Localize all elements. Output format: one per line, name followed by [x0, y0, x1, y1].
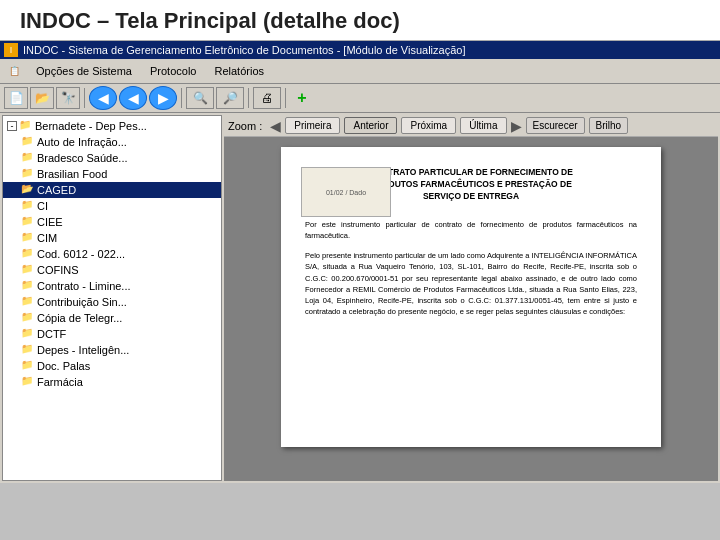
window-title: INDOC - Sistema de Gerenciamento Eletrôn…: [23, 44, 465, 56]
doc-stamp: 01/02 / Dado: [301, 167, 391, 217]
new-button[interactable]: 📄: [4, 87, 28, 109]
print-button[interactable]: 🖨: [253, 87, 281, 109]
sep3: [248, 88, 249, 108]
ultima-button[interactable]: Última: [460, 117, 506, 134]
list-item[interactable]: 📁 Doc. Palas: [3, 358, 221, 374]
menu-opcoes[interactable]: Opções de Sistema: [28, 63, 140, 79]
root-folder-icon: 📁: [19, 119, 33, 133]
folder-icon: 📁: [21, 215, 35, 229]
tree-root-label: Bernadete - Dep Pes...: [35, 120, 147, 132]
folder-icon: 📁: [21, 151, 35, 165]
sep4: [285, 88, 286, 108]
folder-icon: 📁: [21, 359, 35, 373]
list-item[interactable]: 📁 Cópia de Telegr...: [3, 310, 221, 326]
page-title: INDOC – Tela Principal (detalhe doc): [0, 0, 720, 41]
doc-para2: Pelo presente instrumento particular de …: [305, 250, 637, 318]
nav-back-button[interactable]: ◀: [89, 86, 117, 110]
stamp-text: 01/02 / Dado: [326, 189, 366, 196]
anterior-button[interactable]: Anterior: [344, 117, 397, 134]
list-item[interactable]: 📁 Depes - Inteligên...: [3, 342, 221, 358]
zoom-arrow-right[interactable]: ▶: [511, 118, 522, 134]
zoom-label: Zoom :: [228, 120, 262, 132]
doc-view: 01/02 / Dado CONTRATO PARTICULAR DE FORN…: [224, 137, 718, 481]
list-item[interactable]: 📁 CIM: [3, 230, 221, 246]
list-item[interactable]: 📁 Bradesco Saúde...: [3, 150, 221, 166]
tree-panel: - 📁 Bernadete - Dep Pes... 📁 Auto de Inf…: [2, 115, 222, 481]
list-item[interactable]: 📁 Auto de Infração...: [3, 134, 221, 150]
search-button[interactable]: 🔭: [56, 87, 80, 109]
doc-panel: Zoom : ◀ Primeira Anterior Próxima Últim…: [224, 115, 718, 481]
app-icon: I: [4, 43, 18, 57]
add-button[interactable]: +: [290, 87, 314, 109]
folder-icon: 📁: [21, 327, 35, 341]
tree-expand-root[interactable]: -: [7, 121, 17, 131]
window-titlebar: I INDOC - Sistema de Gerenciamento Eletr…: [0, 41, 720, 59]
list-item[interactable]: 📁 CI: [3, 198, 221, 214]
folder-icon: 📁: [21, 199, 35, 213]
list-item[interactable]: 📁 DCTF: [3, 326, 221, 342]
folder-icon: 📁: [21, 135, 35, 149]
list-item[interactable]: 📁 Contrato - Limine...: [3, 278, 221, 294]
folder-icon: 📁: [21, 295, 35, 309]
list-item[interactable]: 📁 Brasilian Food: [3, 166, 221, 182]
zoom-bar: Zoom : ◀ Primeira Anterior Próxima Últim…: [224, 115, 718, 137]
menu-bar: 📋 Opções de Sistema Protocolo Relatórios: [0, 59, 720, 84]
folder-icon: 📁: [21, 375, 35, 389]
menu-relatorios[interactable]: Relatórios: [206, 63, 272, 79]
brilho-button[interactable]: Brilho: [589, 117, 629, 134]
sep2: [181, 88, 182, 108]
primeira-button[interactable]: Primeira: [285, 117, 340, 134]
zoom-out-button[interactable]: 🔎: [216, 87, 244, 109]
proxima-button[interactable]: Próxima: [401, 117, 456, 134]
toolbar: 📄 📂 🔭 ◀ ◀ ▶ 🔍 🔎 🖨 +: [0, 84, 720, 113]
nav-forward-button[interactable]: ▶: [149, 86, 177, 110]
list-item[interactable]: 📁 Cod. 6012 - 022...: [3, 246, 221, 262]
zoom-in-button[interactable]: 🔍: [186, 87, 214, 109]
list-item[interactable]: 📁 Contribuição Sin...: [3, 294, 221, 310]
folder-icon: 📁: [21, 167, 35, 181]
doc-page: 01/02 / Dado CONTRATO PARTICULAR DE FORN…: [281, 147, 661, 447]
folder-icon: 📁: [21, 279, 35, 293]
list-item[interactable]: 📁 COFINS: [3, 262, 221, 278]
main-content: - 📁 Bernadete - Dep Pes... 📁 Auto de Inf…: [0, 113, 720, 483]
menu-app-icon: 📋: [2, 60, 26, 82]
tree-root-item[interactable]: - 📁 Bernadete - Dep Pes...: [3, 118, 221, 134]
folder-icon: 📁: [21, 311, 35, 325]
list-item[interactable]: 📁 Farmácia: [3, 374, 221, 390]
list-item[interactable]: 📁 CIEE: [3, 214, 221, 230]
doc-para1: Por este instrumento particular de contr…: [305, 219, 637, 242]
sep1: [84, 88, 85, 108]
folder-icon: 📁: [21, 343, 35, 357]
open-button[interactable]: 📂: [30, 87, 54, 109]
list-item-caged[interactable]: 📂 CAGED: [3, 182, 221, 198]
menu-protocolo[interactable]: Protocolo: [142, 63, 204, 79]
folder-icon: 📁: [21, 231, 35, 245]
doc-body: Por este instrumento particular de contr…: [305, 219, 637, 318]
zoom-arrow-left[interactable]: ◀: [270, 118, 281, 134]
tree-root: - 📁 Bernadete - Dep Pes... 📁 Auto de Inf…: [3, 116, 221, 392]
nav-back2-button[interactable]: ◀: [119, 86, 147, 110]
folder-icon: 📁: [21, 247, 35, 261]
folder-icon-selected: 📂: [21, 183, 35, 197]
folder-icon: 📁: [21, 263, 35, 277]
escurecer-button[interactable]: Escurecer: [526, 117, 585, 134]
